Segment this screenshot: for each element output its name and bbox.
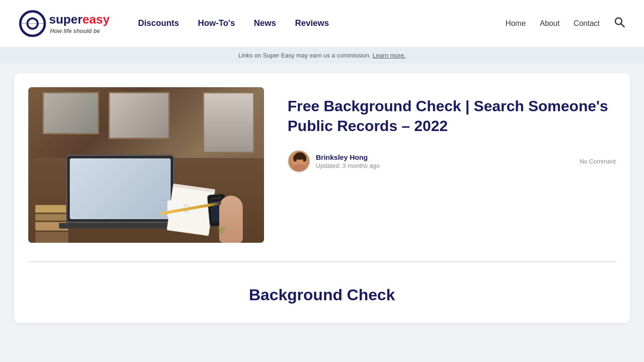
article-top: 🌿 Free Background Check | Search Someone… [28,87,616,243]
secondary-nav: Home About Contact [505,19,600,28]
learn-more-link[interactable]: Learn more. [372,52,405,59]
no-comment: No Comment [579,158,616,165]
nav-home[interactable]: Home [505,19,526,28]
author-name: Brinksley Hong [316,153,380,161]
author-details: Brinksley Hong Updated: 3 months ago [316,153,380,169]
article-info: Free Background Check | Search Someone's… [288,87,616,173]
logo[interactable]: supereasy How life should be [19,10,110,37]
logo-text-wrap: supereasy How life should be [49,12,110,34]
main-content: 🌿 Free Background Check | Search Someone… [0,64,644,351]
nav-reviews[interactable]: Reviews [295,18,329,28]
commission-bar: Links on Super Easy may earn us a commis… [0,47,644,64]
image-frame-2 [108,92,170,139]
avatar-svg [289,151,310,173]
image-frame-1 [42,92,99,134]
author-area: Brinksley Hong Updated: 3 months ago [288,150,380,173]
search-icon [614,16,625,28]
hand-arm: 🌿 [212,177,250,243]
author-avatar [288,150,310,173]
laptop [66,155,174,229]
section-title: Background Check [28,286,616,304]
main-nav: Discounts How-To's News Reviews [138,18,329,28]
section-divider [28,262,616,262]
site-header: supereasy How life should be Discounts H… [0,0,644,47]
nav-contact[interactable]: Contact [574,19,600,28]
svg-point-9 [293,155,297,162]
svg-line-4 [621,24,625,27]
nav-about[interactable]: About [540,19,560,28]
search-button[interactable] [614,16,625,31]
svg-point-6 [293,164,306,173]
logo-brand-line: supereasy [49,12,110,27]
author-updated: Updated: 3 months ago [316,162,380,169]
nav-howtos[interactable]: How-To's [198,18,235,28]
header-right: Home About Contact [505,16,625,31]
article-card: 🌿 Free Background Check | Search Someone… [14,73,630,323]
nav-discounts[interactable]: Discounts [138,18,179,28]
header-left: supereasy How life should be Discounts H… [19,10,329,37]
brand-super: super [49,12,83,26]
article-meta: Brinksley Hong Updated: 3 months ago No … [288,150,616,173]
nav-news[interactable]: News [254,18,276,28]
logo-tagline: How life should be [49,28,110,34]
commission-text: Links on Super Easy may earn us a commis… [239,52,371,59]
article-title: Free Background Check | Search Someone's… [288,97,616,136]
logo-icon [19,10,46,37]
image-frame-3 [203,92,255,153]
svg-point-10 [303,155,306,162]
article-image: 🌿 [28,87,264,243]
background-check-section: Background Check [28,276,616,309]
brand-easy: easy [83,12,110,26]
